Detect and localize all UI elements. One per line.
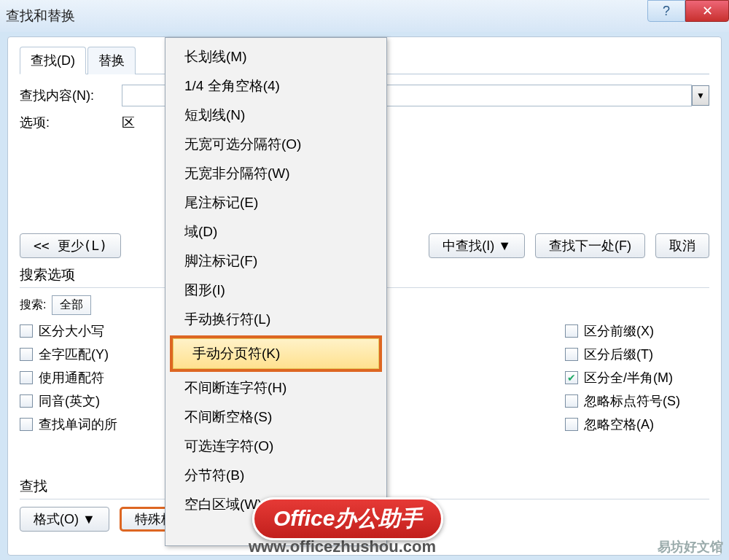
checkbox-icon bbox=[20, 418, 33, 431]
checkbox-icon bbox=[20, 324, 33, 338]
checkbox-label: 全字匹配(Y) bbox=[39, 346, 109, 363]
menu-item-highlighted[interactable]: 手动分页符(K) bbox=[170, 335, 382, 372]
special-format-menu: 长划线(M)1/4 全角空格(4)短划线(N)无宽可选分隔符(O)无宽非分隔符(… bbox=[165, 37, 387, 546]
window-title: 查找和替换 bbox=[6, 7, 75, 26]
checkbox-option[interactable]: 使用通配符 bbox=[20, 369, 117, 386]
checkbox-label: 同音(英文) bbox=[39, 392, 100, 410]
checkbox-label: 区分全/半角(M) bbox=[584, 369, 673, 386]
menu-item[interactable]: 可选连字符(O) bbox=[165, 432, 386, 461]
menu-item[interactable]: 尾注标记(E) bbox=[165, 188, 386, 217]
checkbox-label: 区分大小写 bbox=[39, 322, 104, 340]
checkbox-icon bbox=[20, 371, 33, 384]
checkbox-icon bbox=[565, 394, 578, 408]
checkbox-icon bbox=[565, 348, 578, 361]
title-bar: 查找和替换 ? ✕ bbox=[0, 0, 729, 32]
menu-item[interactable]: 不间断空格(S) bbox=[165, 402, 386, 432]
checkbox-option[interactable]: 全字匹配(Y) bbox=[20, 346, 117, 363]
checkbox-option[interactable]: ✔区分全/半角(M) bbox=[565, 369, 680, 386]
checkbox-label: 区分后缀(T) bbox=[584, 346, 653, 363]
menu-item[interactable]: 图形(I) bbox=[165, 276, 386, 305]
checkbox-icon bbox=[20, 348, 33, 361]
format-button[interactable]: 格式(O) ▼ bbox=[20, 507, 109, 532]
window-controls: ? ✕ bbox=[647, 0, 729, 22]
find-content-label: 查找内容(N): bbox=[20, 87, 122, 104]
checkbox-icon bbox=[565, 418, 578, 431]
checkbox-label: 查找单词的所 bbox=[39, 416, 117, 433]
checkbox-label: 忽略标点符号(S) bbox=[584, 392, 680, 410]
find-content-dropdown[interactable]: ▼ bbox=[692, 85, 709, 106]
menu-item[interactable]: 不间断连字符(H) bbox=[165, 373, 386, 402]
checkbox-option[interactable]: 同音(英文) bbox=[20, 392, 117, 410]
checkbox-option[interactable]: 查找单词的所 bbox=[20, 416, 117, 433]
find-next-button[interactable]: 查找下一处(F) bbox=[535, 233, 645, 258]
checkbox-label: 使用通配符 bbox=[39, 369, 104, 386]
find-in-button[interactable]: 中查找(I) ▼ bbox=[429, 233, 525, 258]
menu-item[interactable]: 脚注标记(F) bbox=[165, 246, 386, 276]
checkbox-icon bbox=[565, 324, 578, 338]
cancel-button[interactable]: 取消 bbox=[655, 233, 709, 258]
menu-item[interactable]: 手动换行符(L) bbox=[165, 305, 386, 334]
watermark-badge: Office办公助手 bbox=[252, 497, 443, 540]
dialog-body: 查找(D) 替换 查找内容(N): ▼ 选项: 区 << 更少(L) 中查找(I… bbox=[7, 36, 722, 556]
less-button[interactable]: << 更少(L) bbox=[20, 233, 121, 258]
tab-find[interactable]: 查找(D) bbox=[20, 47, 86, 74]
search-direction-label: 搜索: bbox=[20, 298, 46, 313]
menu-item[interactable]: 域(D) bbox=[165, 217, 386, 246]
help-button[interactable]: ? bbox=[647, 0, 685, 22]
checkbox-option[interactable]: 区分大小写 bbox=[20, 322, 117, 340]
checkbox-option[interactable]: 忽略标点符号(S) bbox=[565, 392, 680, 410]
options-left-column: 区分大小写全字匹配(Y)使用通配符同音(英文)查找单词的所 bbox=[20, 322, 117, 433]
tab-replace[interactable]: 替换 bbox=[87, 47, 136, 74]
checkbox-option[interactable]: 区分后缀(T) bbox=[565, 346, 680, 363]
options-label: 选项: bbox=[20, 114, 122, 131]
search-direction-select[interactable]: 全部 bbox=[52, 295, 91, 315]
options-value: 区 bbox=[122, 114, 135, 131]
close-button[interactable]: ✕ bbox=[685, 0, 729, 22]
checkbox-icon: ✔ bbox=[565, 371, 578, 384]
checkbox-label: 忽略空格(A) bbox=[584, 416, 654, 433]
menu-item[interactable]: 长划线(M) bbox=[165, 42, 386, 71]
page-watermark: 易坊好文馆 bbox=[658, 538, 723, 556]
menu-item[interactable]: 分节符(B) bbox=[165, 461, 386, 490]
menu-item[interactable]: 短划线(N) bbox=[165, 101, 386, 130]
checkbox-icon bbox=[20, 394, 33, 408]
checkbox-option[interactable]: 忽略空格(A) bbox=[565, 416, 680, 433]
checkbox-label: 区分前缀(X) bbox=[584, 322, 654, 340]
options-right-column: 区分前缀(X)区分后缀(T)✔区分全/半角(M)忽略标点符号(S)忽略空格(A) bbox=[565, 322, 680, 433]
menu-item[interactable]: 1/4 全角空格(4) bbox=[165, 71, 386, 101]
checkbox-option[interactable]: 区分前缀(X) bbox=[565, 322, 680, 340]
menu-item[interactable]: 无宽非分隔符(W) bbox=[165, 159, 386, 188]
menu-item[interactable]: 无宽可选分隔符(O) bbox=[165, 130, 386, 159]
